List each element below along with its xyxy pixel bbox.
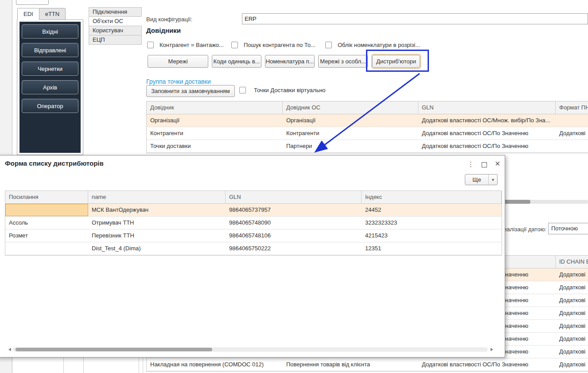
sidebar-nav-button[interactable]: Вхідні xyxy=(22,24,78,39)
cell[interactable]: 24452 xyxy=(362,204,502,216)
window-menu-icon[interactable]: ⋮ xyxy=(467,160,474,168)
cell[interactable]: Контрагенти xyxy=(283,127,418,140)
config-type-input[interactable] xyxy=(242,13,588,24)
cell[interactable]: 9864065748106 xyxy=(226,229,362,242)
column-header[interactable]: GLN xyxy=(226,191,362,203)
mode-tab[interactable]: eTTN xyxy=(39,8,66,20)
cell[interactable]: 9864065737957 xyxy=(226,204,362,216)
cell[interactable]: 4215423 xyxy=(362,229,502,242)
checkbox-label: Контрагент = Вантажо... xyxy=(160,42,224,48)
window-maximize-icon[interactable] xyxy=(482,162,487,167)
cell[interactable]: Точки доставки xyxy=(147,140,283,152)
options-checkbox-row: Контрагент = Вантажо... Пошук контрагент… xyxy=(146,42,545,51)
reference-button[interactable]: Номенклатура п... xyxy=(265,55,315,68)
checkbox[interactable] xyxy=(147,42,154,48)
sidebar-nav-button[interactable]: Чернетки xyxy=(22,62,78,76)
cell[interactable]: Додаткові xyxy=(556,127,588,140)
column-header[interactable]: Формат ПН xyxy=(556,101,588,114)
reference-button[interactable]: Мережі з особл... xyxy=(318,55,368,68)
column-header[interactable]: ID CHAIN E xyxy=(556,256,588,268)
cell[interactable]: Розмет xyxy=(5,229,88,242)
cell[interactable] xyxy=(5,242,88,255)
cell[interactable]: Додаткові xyxy=(556,268,588,281)
sidebar-nav-button[interactable]: Оператор xyxy=(22,99,78,113)
cell[interactable]: 9864065748090 xyxy=(226,217,362,229)
checkbox[interactable] xyxy=(325,42,332,48)
reference-table-body: Організації Організації Додаткові власти… xyxy=(147,114,588,153)
settings-menu-item[interactable]: Об'єкти ОС xyxy=(89,16,142,26)
cell[interactable]: Перевізник ТТН xyxy=(88,229,226,242)
column-header[interactable]: Індекс xyxy=(362,191,502,203)
settings-menu-item[interactable]: Користувач xyxy=(89,26,142,35)
table-row[interactable]: Dist_Test_4 (Dima) 9864065750222 12351 xyxy=(5,242,502,255)
table-row[interactable]: Контрагенти Контрагенти Додаткові власти… xyxy=(147,127,588,140)
cell[interactable]: Додаткові xyxy=(556,358,588,371)
settings-menu-item[interactable]: Підключення xyxy=(89,7,142,17)
realization-date-select[interactable]: Поточною xyxy=(548,223,588,234)
cell[interactable]: Організації xyxy=(283,114,418,127)
cell[interactable]: 9864065750222 xyxy=(226,242,362,255)
cell[interactable]: Додаткові xyxy=(556,281,588,294)
table-row[interactable]: МСК ВантОдержувач 9864065737957 24452 xyxy=(5,204,502,217)
cell[interactable]: Додаткові xyxy=(556,346,588,358)
checkbox[interactable] xyxy=(231,42,238,48)
cell[interactable] xyxy=(5,204,88,216)
cell[interactable]: Додаткові xyxy=(556,320,588,332)
column-header[interactable]: GLN xyxy=(418,101,556,114)
reference-button[interactable]: Коди одиниць в... xyxy=(212,55,261,68)
popup-horizontal-scrollbar[interactable] xyxy=(13,347,488,352)
cell[interactable]: МСК ВантОдержувач xyxy=(88,204,226,216)
cell[interactable] xyxy=(556,140,588,152)
cell[interactable]: Додаткові xyxy=(556,307,588,319)
settings-menu: ПідключенняОб'єкти ОСКористувачЕЦП xyxy=(89,8,142,45)
top-toolbar-button-partial[interactable] xyxy=(16,0,49,5)
mode-tab[interactable]: EDI xyxy=(17,8,39,20)
window-close-icon[interactable]: × xyxy=(495,159,500,169)
reference-button[interactable]: Мережі xyxy=(148,55,208,68)
scroll-right-icon[interactable] xyxy=(491,348,495,351)
cell[interactable]: Отримувач ТТН xyxy=(88,217,226,229)
fill-default-button[interactable]: Заповнити за замовчуванням xyxy=(146,85,235,97)
checkbox-label: Точки Доставки віртуально xyxy=(254,87,326,93)
option-checkbox-item: Пошук контрагента по То... xyxy=(231,42,315,48)
table-row[interactable]: Точки доставки Партнери Додаткові власти… xyxy=(147,140,588,153)
cell[interactable]: Контрагенти xyxy=(147,127,283,140)
table-row[interactable]: Ассоль Отримувач ТТН 9864065748090 32323… xyxy=(5,217,502,229)
more-button[interactable]: Ще ▾ xyxy=(465,174,498,185)
config-type-label: Вид конфігурації: xyxy=(146,16,192,23)
delivery-point-group-link[interactable]: Группа точки доставки xyxy=(146,78,211,85)
cell[interactable]: Додаткові властивості ОС/Множ. вибір/По … xyxy=(418,114,556,127)
scrollbar-thumb[interactable] xyxy=(16,348,212,351)
table-row[interactable]: Розмет Перевізник ТТН 9864065748106 4215… xyxy=(5,229,502,242)
cell[interactable]: Повернення товарів від клієнта xyxy=(283,358,418,371)
cell[interactable] xyxy=(556,114,588,127)
scroll-left-icon[interactable] xyxy=(7,348,11,351)
sidebar-nav-button[interactable]: Архів xyxy=(22,80,78,94)
cell[interactable]: Ассоль xyxy=(5,217,88,229)
cell[interactable]: Додаткові властивості ОС/По Значенню xyxy=(418,127,556,140)
cell[interactable]: 12351 xyxy=(362,242,502,255)
cell[interactable]: 3232323323 xyxy=(362,217,502,229)
table-row[interactable]: Організації Організації Додаткові власти… xyxy=(147,114,588,127)
column-header[interactable]: Посилання xyxy=(5,191,88,203)
distributors-list-window: Форма списку дистрибюторів ⋮ × Ще ▾ Поси… xyxy=(0,155,505,357)
cell[interactable]: Додаткові властивості ОС/По Значенню xyxy=(418,358,556,371)
checkbox[interactable] xyxy=(239,87,246,93)
column-header[interactable]: name xyxy=(88,191,226,203)
column-header[interactable]: Довідник ОС xyxy=(283,101,418,114)
cell[interactable]: Партнери xyxy=(283,140,418,152)
table-row[interactable]: Накладная на повернення (COMDOC 012) Пов… xyxy=(147,358,588,371)
window-title: Форма списку дистрибюторів xyxy=(5,159,104,167)
settings-menu-item[interactable]: ЕЦП xyxy=(89,35,142,45)
background-divider xyxy=(143,357,143,373)
virtual-delivery-checkbox-item: Точки Доставки віртуально xyxy=(239,87,326,93)
cell[interactable]: Додаткові xyxy=(556,294,588,307)
cell[interactable]: Додаткові властивості ОС/По Значенню xyxy=(418,140,556,152)
sidebar-nav-button[interactable]: Відправлені xyxy=(22,43,78,57)
cell[interactable]: Організації xyxy=(147,114,283,127)
section-title-dovidnyky: Довідники xyxy=(146,27,181,34)
cell[interactable]: Dist_Test_4 (Dima) xyxy=(88,242,226,255)
cell[interactable]: Накладная на повернення (COMDOC 012) xyxy=(147,358,283,371)
column-header[interactable]: Довідник xyxy=(147,101,283,114)
cell[interactable]: Додаткові xyxy=(556,333,588,345)
